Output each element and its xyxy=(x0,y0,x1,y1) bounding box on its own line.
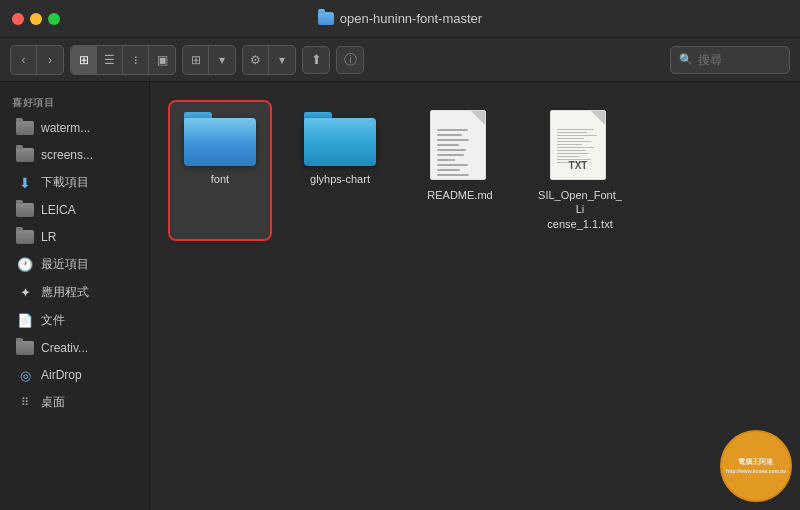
search-icon: 🔍 xyxy=(679,53,693,66)
sidebar-item-leica[interactable]: LEICA xyxy=(4,197,145,223)
sidebar-label-downloads: 下載項目 xyxy=(41,174,89,191)
title-bar: open-huninn-font-master xyxy=(0,0,800,38)
minimize-button[interactable] xyxy=(30,13,42,25)
file-name-glyhps-chart: glyhps-chart xyxy=(310,172,370,186)
watermark: 電腦王阿達http://www.kcone.com.tw xyxy=(720,430,792,502)
file-item-font[interactable]: font xyxy=(170,102,270,239)
share-button[interactable]: ⬆ xyxy=(302,46,330,74)
sidebar-section-label: 喜好項目 xyxy=(0,92,149,114)
arrange-button[interactable]: ⊞ xyxy=(183,46,209,74)
sidebar-item-screens[interactable]: screens... xyxy=(4,142,145,168)
file-area: font glyhps-chart xyxy=(150,82,800,510)
sidebar-item-airdrop[interactable]: ◎ AirDrop xyxy=(4,362,145,388)
download-icon: ⬇ xyxy=(16,175,34,191)
sidebar-label-airdrop: AirDrop xyxy=(41,368,82,382)
sidebar-item-creative[interactable]: Creativ... xyxy=(4,335,145,361)
file-name-readme: README.md xyxy=(427,188,492,202)
sidebar-item-recent[interactable]: 🕐 最近項目 xyxy=(4,251,145,278)
folder-icon xyxy=(16,202,34,218)
folder-icon xyxy=(16,120,34,136)
desktop-icon: ⠿ xyxy=(16,395,34,411)
airdrop-icon: ◎ xyxy=(16,367,34,383)
sidebar-label-desktop: 桌面 xyxy=(41,394,65,411)
file-name-sil-license: SIL_Open_Font_License_1.1.txt xyxy=(538,188,622,231)
file-item-sil-license[interactable]: TXT SIL_Open_Font_License_1.1.txt xyxy=(530,102,630,239)
folder-large-icon xyxy=(184,110,256,166)
sidebar: 喜好項目 waterm... screens... ⬇ 下載項目 LEICA xyxy=(0,82,150,510)
title-folder-icon xyxy=(318,12,334,25)
action-buttons: ⚙ ▾ xyxy=(242,45,296,75)
folder-icon xyxy=(16,340,34,356)
sidebar-label-leica: LEICA xyxy=(41,203,76,217)
search-input[interactable] xyxy=(698,53,778,67)
sidebar-item-apps[interactable]: ✦ 應用程式 xyxy=(4,279,145,306)
folder-small-icon xyxy=(304,110,376,166)
nav-buttons: ‹ › xyxy=(10,45,64,75)
grid-view-button[interactable]: ⊞ xyxy=(71,46,97,74)
folder-icon xyxy=(16,147,34,163)
forward-button[interactable]: › xyxy=(37,46,63,74)
sidebar-label-apps: 應用程式 xyxy=(41,284,89,301)
sidebar-label-lr: LR xyxy=(41,230,56,244)
readme-icon xyxy=(430,110,490,182)
doc-icon: 📄 xyxy=(16,313,34,329)
window-title: open-huninn-font-master xyxy=(318,11,482,26)
sidebar-label-watermac: waterm... xyxy=(41,121,90,135)
txt-icon: TXT xyxy=(550,110,610,182)
action-button[interactable]: ⚙ xyxy=(243,46,269,74)
main-content: 喜好項目 waterm... screens... ⬇ 下載項目 LEICA xyxy=(0,82,800,510)
sidebar-label-screens: screens... xyxy=(41,148,93,162)
folder-icon xyxy=(16,229,34,245)
sidebar-label-documents: 文件 xyxy=(41,312,65,329)
view-mode-buttons: ⊞ ☰ ⫶ ▣ xyxy=(70,45,176,75)
sidebar-item-watermac[interactable]: waterm... xyxy=(4,115,145,141)
search-box[interactable]: 🔍 xyxy=(670,46,790,74)
sidebar-item-downloads[interactable]: ⬇ 下載項目 xyxy=(4,169,145,196)
back-button[interactable]: ‹ xyxy=(11,46,37,74)
watermark-text: 電腦王阿達http://www.kcone.com.tw xyxy=(724,455,788,477)
file-item-readme[interactable]: README.md xyxy=(410,102,510,239)
clock-icon: 🕐 xyxy=(16,257,34,273)
file-name-font: font xyxy=(211,172,229,186)
arrange-buttons: ⊞ ▾ xyxy=(182,45,236,75)
file-item-glyhps-chart[interactable]: glyhps-chart xyxy=(290,102,390,239)
sidebar-item-desktop[interactable]: ⠿ 桌面 xyxy=(4,389,145,416)
columns-view-button[interactable]: ⫶ xyxy=(123,46,149,74)
cover-view-button[interactable]: ▣ xyxy=(149,46,175,74)
sidebar-item-documents[interactable]: 📄 文件 xyxy=(4,307,145,334)
action-dropdown-button[interactable]: ▾ xyxy=(269,46,295,74)
arrange-dropdown-button[interactable]: ▾ xyxy=(209,46,235,74)
list-view-button[interactable]: ☰ xyxy=(97,46,123,74)
close-button[interactable] xyxy=(12,13,24,25)
maximize-button[interactable] xyxy=(48,13,60,25)
toolbar: ‹ › ⊞ ☰ ⫶ ▣ ⊞ ▾ ⚙ ▾ ⬆ ⓘ 🔍 xyxy=(0,38,800,82)
apps-icon: ✦ xyxy=(16,285,34,301)
traffic-lights xyxy=(12,13,60,25)
sidebar-label-creative: Creativ... xyxy=(41,341,88,355)
info-button[interactable]: ⓘ xyxy=(336,46,364,74)
sidebar-label-recent: 最近項目 xyxy=(41,256,89,273)
sidebar-item-lr[interactable]: LR xyxy=(4,224,145,250)
